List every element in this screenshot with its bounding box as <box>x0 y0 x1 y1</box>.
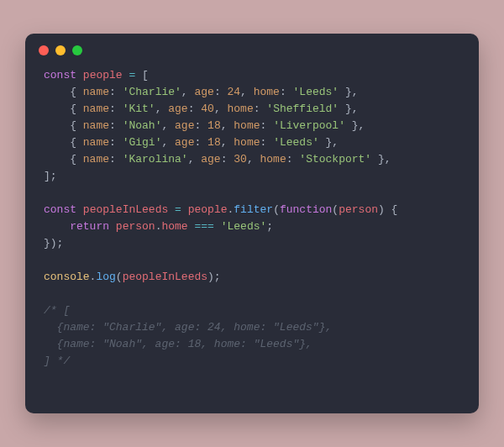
code-token: {name: "Charlie", age: 24, home: "Leeds"… <box>44 321 332 334</box>
code-token: { <box>44 136 83 149</box>
code-token: }); <box>44 237 63 250</box>
code-token: {name: "Noah", age: 18, home: "Leeds"}, <box>44 338 312 350</box>
code-token: 18 <box>207 119 221 132</box>
code-token: ( <box>273 203 280 216</box>
code-token: 'Sheffield' <box>266 103 339 115</box>
code-token: age <box>201 153 220 166</box>
code-line: const peopleInLeeds = people.filter(func… <box>44 203 397 216</box>
code-token: }, <box>339 86 358 98</box>
code-token: home <box>228 103 254 115</box>
code-line: }); <box>44 237 63 250</box>
code-token: }, <box>339 103 358 115</box>
code-line: { name: 'Gigi', age: 18, home: 'Leeds' }… <box>44 136 339 149</box>
code-token: : <box>280 86 293 98</box>
code-token: , <box>247 153 260 166</box>
window-titlebar <box>25 34 479 60</box>
code-token: = <box>175 203 181 216</box>
code-token: 30 <box>234 153 247 166</box>
code-token: , <box>221 119 234 132</box>
code-line: console.log(peopleInLeeds); <box>44 271 221 283</box>
code-token: { <box>44 86 83 98</box>
code-token: age <box>175 119 194 132</box>
code-token: 'Kit' <box>123 103 155 115</box>
code-token: name <box>83 136 109 149</box>
code-token: log <box>96 271 115 283</box>
code-token: : <box>194 136 207 149</box>
code-token: 24 <box>227 86 240 98</box>
code-token: : <box>109 103 123 115</box>
code-line: { name: 'Charlie', age: 24, home: 'Leeds… <box>44 86 359 98</box>
code-token: , <box>181 86 195 98</box>
code-token: name <box>83 86 109 98</box>
code-token: : <box>188 103 202 115</box>
code-token <box>188 220 195 233</box>
code-token: 18 <box>207 136 221 149</box>
code-token: : <box>109 153 123 166</box>
code-token <box>76 203 83 216</box>
code-line: { name: 'Karolina', age: 30, home: 'Stoc… <box>44 153 391 166</box>
code-token <box>109 220 116 233</box>
code-line: const people = [ <box>44 69 149 82</box>
code-token: : <box>260 136 274 149</box>
code-token: { <box>44 153 83 166</box>
code-token <box>44 220 70 233</box>
code-token: age <box>194 86 213 98</box>
code-token: , <box>221 136 234 149</box>
code-token: 'Leeds' <box>221 220 267 233</box>
code-token: home <box>161 220 187 233</box>
code-token: name <box>83 103 109 115</box>
code-token: function <box>280 203 332 216</box>
code-token: const <box>44 203 76 216</box>
code-token: 'Stockport' <box>299 153 371 166</box>
code-token: peopleInLeeds <box>83 203 168 216</box>
code-line: ]; <box>44 170 57 182</box>
code-token: /* [ <box>44 304 70 317</box>
traffic-light-close-icon[interactable] <box>39 45 49 55</box>
code-token: people <box>83 69 123 82</box>
code-token: ( <box>116 271 123 283</box>
code-token: { <box>44 103 83 115</box>
code-token: [ <box>135 69 149 82</box>
code-token: , <box>188 153 202 166</box>
code-token: 'Leeds' <box>273 136 319 149</box>
code-token: person <box>116 220 155 233</box>
traffic-light-zoom-icon[interactable] <box>72 45 82 55</box>
code-token <box>214 220 221 233</box>
code-token <box>76 69 83 82</box>
code-token: filter <box>234 203 273 216</box>
code-token: : <box>221 153 234 166</box>
code-token: , <box>161 136 175 149</box>
code-token: person <box>339 203 378 216</box>
code-token: peopleInLeeds <box>123 271 207 283</box>
code-token: home <box>234 136 260 149</box>
code-block: const people = [ { name: 'Charlie', age:… <box>25 60 479 385</box>
code-token: ( <box>332 203 339 216</box>
traffic-light-minimize-icon[interactable] <box>55 45 66 55</box>
code-token: name <box>83 119 109 132</box>
code-token: : <box>109 119 123 132</box>
code-token: console <box>44 271 90 283</box>
code-token: return <box>70 220 109 233</box>
code-token: , <box>161 119 175 132</box>
code-token: , <box>214 103 228 115</box>
code-token: home <box>234 119 260 132</box>
code-token: === <box>195 220 214 233</box>
code-token: { <box>44 119 83 132</box>
code-token: ]; <box>44 170 57 182</box>
code-token: home <box>260 153 286 166</box>
code-line: ] */ <box>44 355 70 367</box>
code-token: const <box>44 69 76 82</box>
code-token: age <box>175 136 194 149</box>
code-token <box>168 203 175 216</box>
code-token: : <box>254 103 267 115</box>
code-token: 'Leeds' <box>293 86 339 98</box>
code-token: ) { <box>378 203 397 216</box>
code-line: /* [ <box>44 304 70 317</box>
code-token: 'Karolina' <box>123 153 188 166</box>
code-token: 'Noah' <box>123 119 162 132</box>
code-token: : <box>260 119 274 132</box>
code-token: people <box>188 203 228 216</box>
code-token: ); <box>207 271 221 283</box>
code-line: {name: "Charlie", age: 24, home: "Leeds"… <box>44 321 332 334</box>
code-token: }, <box>345 119 365 132</box>
